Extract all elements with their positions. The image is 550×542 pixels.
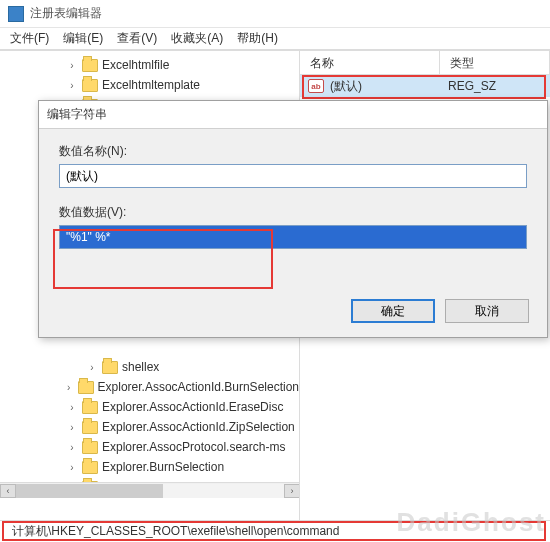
scroll-left-icon[interactable]: ‹: [0, 484, 16, 498]
menubar: 文件(F) 编辑(E) 查看(V) 收藏夹(A) 帮助(H): [0, 28, 550, 50]
chevron-right-icon[interactable]: ›: [63, 381, 74, 393]
tree-item[interactable]: › Explorer.AssocProtocol.search-ms: [2, 437, 299, 457]
tree-item[interactable]: › Excelhtmltemplate: [2, 75, 299, 95]
column-name[interactable]: 名称: [300, 51, 440, 74]
tree-label: Explorer.AssocActionId.ZipSelection: [102, 420, 295, 434]
value-name: (默认): [330, 78, 362, 95]
ok-button[interactable]: 确定: [351, 299, 435, 323]
tree-label: Explorer.BurnSelection: [102, 460, 224, 474]
folder-icon: [82, 461, 98, 474]
menu-file[interactable]: 文件(F): [10, 30, 49, 47]
chevron-right-icon[interactable]: ›: [86, 361, 98, 373]
tree-item[interactable]: › Excelhtmlfile: [2, 55, 299, 75]
folder-icon: [102, 361, 118, 374]
cancel-button[interactable]: 取消: [445, 299, 529, 323]
value-data-label: 数值数据(V):: [59, 204, 527, 221]
value-name-label: 数值名称(N):: [59, 143, 527, 160]
chevron-right-icon[interactable]: ›: [66, 441, 78, 453]
menu-edit[interactable]: 编辑(E): [63, 30, 103, 47]
value-data-input[interactable]: [59, 225, 527, 249]
column-type[interactable]: 类型: [440, 51, 550, 74]
value-type: REG_SZ: [448, 79, 496, 93]
folder-icon: [78, 381, 93, 394]
tree-label: Excelhtmlfile: [102, 58, 169, 72]
menu-favorites[interactable]: 收藏夹(A): [171, 30, 223, 47]
value-name-input[interactable]: [59, 164, 527, 188]
tree-label: shellex: [122, 360, 159, 374]
edit-string-dialog: 编辑字符串 数值名称(N): 数值数据(V): 确定 取消: [38, 100, 548, 338]
window-title: 注册表编辑器: [30, 5, 102, 22]
string-value-icon: ab: [308, 79, 324, 93]
chevron-right-icon[interactable]: ›: [66, 401, 78, 413]
tree-label: Excelhtmltemplate: [102, 78, 200, 92]
scroll-thumb[interactable]: [16, 484, 163, 498]
tree-label: Explorer.AssocActionId.BurnSelection: [98, 380, 299, 394]
tree-item[interactable]: › Explorer.AssocActionId.ZipSelection: [2, 417, 299, 437]
tree-label: Explorer.AssocProtocol.search-ms: [102, 440, 285, 454]
tree-item[interactable]: › Explorer.AssocActionId.BurnSelection: [2, 377, 299, 397]
menu-view[interactable]: 查看(V): [117, 30, 157, 47]
folder-icon: [82, 421, 98, 434]
dialog-buttons: 确定 取消: [351, 299, 529, 323]
chevron-right-icon[interactable]: ›: [66, 461, 78, 473]
folder-icon: [82, 401, 98, 414]
scroll-track[interactable]: [16, 484, 284, 498]
tree-horizontal-scrollbar[interactable]: ‹ ›: [0, 482, 300, 498]
app-icon: [8, 6, 24, 22]
tree-item[interactable]: › shellex: [2, 357, 299, 377]
tree-label: Explorer.AssocActionId.EraseDisc: [102, 400, 283, 414]
folder-icon: [82, 441, 98, 454]
registry-path: 计算机\HKEY_CLASSES_ROOT\exefile\shell\open…: [8, 522, 343, 541]
chevron-right-icon[interactable]: ›: [66, 59, 78, 71]
tree-item[interactable]: › Explorer.BurnSelection: [2, 457, 299, 477]
chevron-right-icon[interactable]: ›: [66, 421, 78, 433]
statusbar: 计算机\HKEY_CLASSES_ROOT\exefile\shell\open…: [0, 520, 550, 542]
list-header: 名称 类型: [300, 51, 550, 75]
dialog-title: 编辑字符串: [39, 101, 547, 129]
folder-icon: [82, 59, 98, 72]
tree-item[interactable]: › Explorer.AssocActionId.EraseDisc: [2, 397, 299, 417]
scroll-right-icon[interactable]: ›: [284, 484, 300, 498]
folder-icon: [82, 79, 98, 92]
list-row[interactable]: ab (默认) REG_SZ: [300, 75, 550, 97]
dialog-body: 数值名称(N): 数值数据(V):: [39, 129, 547, 259]
menu-help[interactable]: 帮助(H): [237, 30, 278, 47]
titlebar: 注册表编辑器: [0, 0, 550, 28]
chevron-right-icon[interactable]: ›: [66, 79, 78, 91]
